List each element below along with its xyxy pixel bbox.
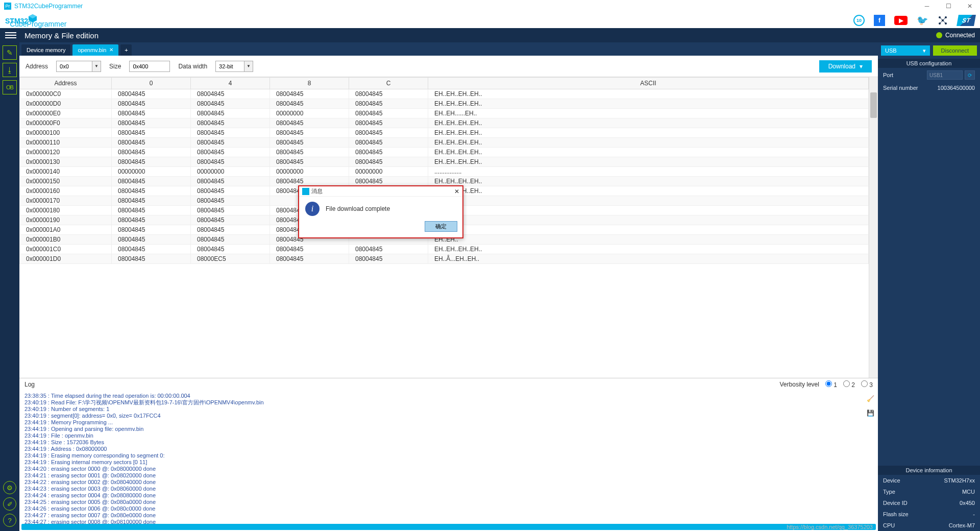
minimize-button[interactable]: ─ <box>921 1 933 11</box>
col-0: 0 <box>112 78 191 89</box>
device-info-row: Flash size- <box>878 509 980 520</box>
port-input[interactable] <box>927 70 963 80</box>
badge-icon[interactable]: 10 <box>853 15 865 26</box>
dialog-message: File download complete <box>326 205 390 212</box>
device-info-row: Device ID0x450 <box>878 497 980 509</box>
verbosity-3[interactable]: 3 <box>861 380 873 389</box>
page-header: Memory & File edition Connected <box>0 28 980 42</box>
sidebar: ✎ ⭳ OB ⚙ ✐ ? <box>0 42 19 531</box>
message-dialog: 消息 ✕ i File download complete 确定 <box>298 185 463 238</box>
sidebar-edit-button[interactable]: ✎ <box>3 45 17 60</box>
st-logo-icon[interactable]: ST <box>957 15 976 26</box>
chevron-down-icon: ▾ <box>860 63 863 70</box>
youtube-icon[interactable]: ▶ <box>894 16 908 25</box>
verbosity-1[interactable]: 1 <box>825 380 837 389</box>
share-icon[interactable] <box>937 15 948 26</box>
log-title: Log <box>24 381 35 388</box>
port-label: Port <box>883 72 893 78</box>
log-save-button[interactable]: 💾 <box>865 408 875 418</box>
serial-label: Serial number <box>883 85 918 91</box>
verbosity-label: Verbosity level <box>780 381 819 388</box>
close-button[interactable]: ✕ <box>964 1 976 11</box>
table-row[interactable]: 0x00000140000000000000000000000000000000… <box>20 167 869 177</box>
table-row[interactable]: 0x000000C0080048450800484508004845080048… <box>20 89 869 99</box>
table-row[interactable]: 0x000000F0080048450800484508004845080048… <box>20 118 869 128</box>
sidebar-ob-button[interactable]: OB <box>3 80 17 94</box>
info-icon: i <box>305 202 320 216</box>
table-row[interactable]: 0x000000D0080048450800484508004845080048… <box>20 99 869 109</box>
tab-add-button[interactable]: + <box>120 44 132 56</box>
tab-file[interactable]: openmv.bin✕ <box>72 44 118 56</box>
col-8: 8 <box>270 78 349 89</box>
menu-button[interactable] <box>5 32 16 38</box>
app-icon: Pr <box>4 3 11 10</box>
window-titlebar: Pr STM32CubeProgrammer ─ ☐ ✕ <box>0 0 980 12</box>
device-info-row: DeviceSTM32H7xx <box>878 475 980 486</box>
window-title: STM32CubeProgrammer <box>14 3 83 10</box>
device-info-title: Device information <box>878 466 980 475</box>
sidebar-erase-button[interactable]: ✐ <box>3 497 16 511</box>
table-row[interactable]: 0x000001C0080048450800484508004845080048… <box>20 245 869 254</box>
memory-toolbar: Address ▼ Size Data width ▼ Download▾ <box>19 56 878 77</box>
sidebar-help-button[interactable]: ? <box>3 514 16 527</box>
maximize-button[interactable]: ☐ <box>942 1 954 11</box>
width-dropdown[interactable]: ▼ <box>244 61 253 72</box>
interface-combo[interactable]: USB▾ <box>881 45 930 56</box>
tab-device-memory[interactable]: Device memory <box>21 44 70 56</box>
col-c: C <box>349 78 428 89</box>
device-info-row: TypeMCU <box>878 486 980 497</box>
watermark: https://blog.csdn.net/qq_36375203 <box>787 524 873 530</box>
table-row[interactable]: 0x00000100080048450800484508004845080048… <box>20 128 869 138</box>
download-button[interactable]: Download▾ <box>819 60 872 73</box>
twitter-icon[interactable]: 🐦 <box>917 15 928 26</box>
status-indicator-icon <box>936 32 942 38</box>
device-info-row: CPUCortex-M7 <box>878 520 980 531</box>
col-4: 4 <box>191 78 270 89</box>
serial-value: 100364500000 <box>938 85 975 91</box>
log-output[interactable]: 23:38:35 : Time elapsed during the read … <box>19 391 863 524</box>
log-panel: Log Verbosity level 1 2 3 23:38:35 : Tim… <box>19 378 878 531</box>
cube-icon <box>28 14 37 23</box>
verbosity-2[interactable]: 2 <box>843 380 855 389</box>
address-dropdown[interactable]: ▼ <box>92 61 101 72</box>
address-input[interactable] <box>56 61 92 72</box>
size-input[interactable] <box>129 61 170 72</box>
log-clear-button[interactable]: 🧹 <box>865 394 875 404</box>
table-row[interactable]: 0x000001D00800484508000EC508004845080048… <box>20 254 869 264</box>
logo-bar: STM32 CubeProgrammer 10 f ▶ 🐦 ST <box>0 12 980 28</box>
dialog-title: 消息 <box>311 187 323 195</box>
tab-bar: Device memory openmv.bin✕ + <box>19 42 878 56</box>
status-text: Connected <box>945 32 975 39</box>
sidebar-download-button[interactable]: ⭳ <box>3 63 17 77</box>
table-row[interactable]: 0x00000150080048450800484508004845080048… <box>20 177 869 186</box>
width-label: Data width <box>178 63 207 70</box>
dialog-close-button[interactable]: ✕ <box>454 188 459 195</box>
width-input[interactable] <box>215 61 244 72</box>
sidebar-chip-button[interactable]: ⚙ <box>3 481 16 494</box>
dialog-app-icon <box>302 188 309 195</box>
col-ascii: ASCII <box>428 78 869 89</box>
memory-scrollbar[interactable] <box>869 77 878 378</box>
table-row[interactable]: 0x00000130080048450800484508004845080048… <box>20 157 869 167</box>
connection-panel: USB▾ Disconnect USB configuration Port ⟳… <box>878 42 980 531</box>
disconnect-button[interactable]: Disconnect <box>933 45 977 56</box>
size-label: Size <box>109 63 121 70</box>
page-title: Memory & File edition <box>24 31 99 40</box>
dialog-ok-button[interactable]: 确定 <box>425 221 457 232</box>
facebook-icon[interactable]: f <box>874 15 885 26</box>
address-label: Address <box>26 63 48 70</box>
tab-close-icon[interactable]: ✕ <box>109 47 113 53</box>
port-refresh-button[interactable]: ⟳ <box>965 70 975 80</box>
table-row[interactable]: 0x000000E0080048450800484500000000080048… <box>20 109 869 118</box>
table-row[interactable]: 0x00000110080048450800484508004845080048… <box>20 138 869 148</box>
usb-config-title: USB configuration <box>878 59 980 68</box>
table-row[interactable]: 0x00000120080048450800484508004845080048… <box>20 148 869 157</box>
progress-bar <box>21 524 876 530</box>
col-address: Address <box>20 78 112 89</box>
